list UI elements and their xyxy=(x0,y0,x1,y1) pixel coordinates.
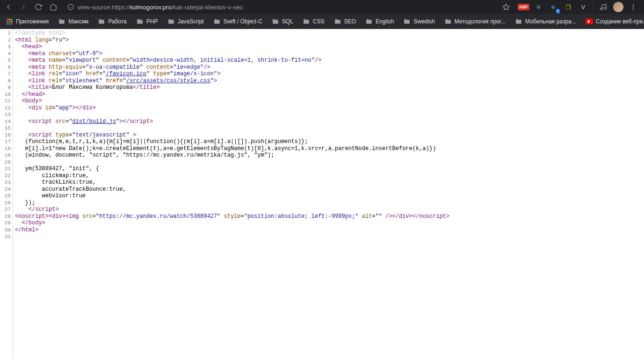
bookmark-label: PHP xyxy=(146,18,158,25)
source-line[interactable]: <title>Блог Максима Колмогорова</title> xyxy=(15,84,449,91)
line-number: 11 xyxy=(2,98,11,105)
bookmark-folder[interactable]: English xyxy=(363,16,396,27)
vue-devtools-icon[interactable]: V xyxy=(578,2,588,12)
address-bar[interactable]: view-source:https://kolmogorov.pro/kak-u… xyxy=(63,1,514,13)
source-line[interactable]: </script> xyxy=(15,206,449,213)
line-number: 3 xyxy=(2,43,11,50)
bookmark-label: SEO xyxy=(344,18,356,25)
line-number: 9 xyxy=(2,84,11,91)
source-line[interactable]: </body> xyxy=(15,220,449,227)
source-line[interactable]: webvisor:true xyxy=(15,193,449,200)
line-number: 27 xyxy=(2,206,11,213)
line-number: 5 xyxy=(2,57,11,64)
folder-icon xyxy=(58,18,65,25)
svg-rect-11 xyxy=(11,19,12,20)
bookmark-youtube[interactable]: Создание веб-при... xyxy=(584,16,644,27)
folder-icon xyxy=(136,18,144,25)
folder-icon xyxy=(444,18,452,25)
line-number: 13 xyxy=(2,111,11,118)
source-line[interactable]: <meta name="viewport" content="width=dev… xyxy=(15,57,449,64)
svg-rect-17 xyxy=(11,23,12,24)
source-line[interactable]: <meta charset="utf-8"> xyxy=(15,50,449,57)
home-button[interactable] xyxy=(48,1,59,13)
source-line[interactable]: m[i].l=1*new Date();k=e.createElement(t)… xyxy=(15,145,449,152)
bookmark-label: Методология прог... xyxy=(455,18,506,25)
react-devtools-icon[interactable]: ⚛6 xyxy=(548,2,558,12)
reload-button[interactable] xyxy=(33,1,44,13)
bookmark-folder[interactable]: Swedish xyxy=(401,16,436,27)
bookmark-folder[interactable]: Мобильная разра... xyxy=(513,16,578,27)
bookmark-label: Swedish xyxy=(413,18,434,25)
source-line[interactable]: (window, document, "script", "https://mc… xyxy=(15,152,449,159)
bookmark-folder[interactable]: Методология прог... xyxy=(442,16,507,27)
source-line[interactable]: <!doctype html> xyxy=(15,30,449,37)
youtube-icon xyxy=(586,19,593,24)
source-line[interactable] xyxy=(15,111,449,118)
source-line[interactable]: </head> xyxy=(15,91,449,98)
media-control-icon[interactable] xyxy=(598,2,608,12)
folder-icon xyxy=(272,18,279,25)
source-line[interactable]: }); xyxy=(15,200,449,207)
source-line[interactable]: <link rel="icon" href="/favicon.ico" typ… xyxy=(15,71,449,78)
svg-point-7 xyxy=(633,7,634,8)
source-line[interactable]: <noscript><div><img src="https://mc.yand… xyxy=(15,213,449,220)
chat-extension-icon[interactable]: ❐ xyxy=(563,2,573,12)
bookmark-label: Максим xyxy=(68,18,88,25)
line-number: 28 xyxy=(2,213,11,220)
browser-menu-icon[interactable] xyxy=(628,2,638,12)
source-line[interactable]: </html> xyxy=(15,227,449,234)
bookmark-folder[interactable]: SEO xyxy=(332,16,358,27)
line-number: 15 xyxy=(2,125,11,132)
source-line[interactable]: <html lang="ru"> xyxy=(15,37,449,44)
paw-extension-icon[interactable]: ✱ xyxy=(533,2,543,12)
info-icon xyxy=(67,4,74,10)
line-number: 23 xyxy=(2,179,11,186)
source-line[interactable] xyxy=(15,125,449,132)
abp-extension-icon[interactable]: ABP xyxy=(518,2,528,12)
source-line[interactable]: trackLinks:true, xyxy=(15,179,449,186)
line-number: 6 xyxy=(2,64,11,71)
source-line[interactable]: (function(m,e,t,r,i,k,a){m[i]=m[i]||func… xyxy=(15,138,449,145)
line-number: 19 xyxy=(2,152,11,159)
bookmark-folder[interactable]: Максим xyxy=(56,16,90,27)
source-line[interactable]: <script src="dist/build.js"></script> xyxy=(15,118,449,125)
bookmark-folder[interactable]: CSS xyxy=(301,16,326,27)
bookmark-folders: МаксимРаботаPHPJavaScriptSwift / Object-… xyxy=(56,16,578,27)
svg-point-6 xyxy=(633,4,634,6)
bookmark-label: CSS xyxy=(313,18,325,25)
source-line[interactable] xyxy=(15,159,449,166)
source-line[interactable]: <link rel="stylesheet" href="/src/assets… xyxy=(15,78,449,85)
source-line[interactable]: ym(53889427, "init", { xyxy=(15,165,449,172)
folder-icon xyxy=(98,18,105,25)
line-number: 2 xyxy=(2,37,11,44)
source-line[interactable]: clickmap:true, xyxy=(15,172,449,180)
svg-point-8 xyxy=(633,8,634,10)
forward-button[interactable] xyxy=(18,1,29,13)
source-line[interactable]: <script type="text/javascript" > xyxy=(15,132,449,139)
source-line[interactable]: <body> xyxy=(15,98,449,105)
svg-rect-10 xyxy=(9,19,10,20)
toolbar-divider xyxy=(593,3,593,11)
view-source-area: 1234567891011121314151617181920212223242… xyxy=(0,29,644,359)
source-code[interactable]: <!doctype html><html lang="ru"> <head> <… xyxy=(13,29,449,359)
svg-marker-3 xyxy=(503,4,509,10)
source-line[interactable]: <head> xyxy=(15,43,449,50)
source-line[interactable]: <div id="app"></div> xyxy=(15,105,449,112)
bookmark-folder[interactable]: Swift / Object-C xyxy=(211,16,264,27)
browser-toolbar: view-source:https://kolmogorov.pro/kak-u… xyxy=(0,0,644,14)
source-line[interactable]: <meta http-equiv="x-ua-compatible" conte… xyxy=(15,64,449,71)
source-line[interactable]: accurateTrackBounce:true, xyxy=(15,186,449,193)
line-number: 17 xyxy=(2,138,11,145)
star-icon[interactable] xyxy=(502,3,510,11)
bookmark-folder[interactable]: SQL xyxy=(270,16,295,27)
source-line[interactable] xyxy=(15,233,449,240)
bookmark-folder[interactable]: JavaScript xyxy=(166,16,206,27)
bookmark-folder[interactable]: Работа xyxy=(96,16,129,27)
line-number: 8 xyxy=(2,78,11,85)
apps-button[interactable]: Приложения xyxy=(4,16,51,27)
bookmark-folder[interactable]: PHP xyxy=(134,16,160,27)
profile-avatar[interactable] xyxy=(613,2,623,12)
line-number: 29 xyxy=(2,220,11,227)
svg-point-4 xyxy=(601,8,602,10)
back-button[interactable] xyxy=(3,1,14,13)
